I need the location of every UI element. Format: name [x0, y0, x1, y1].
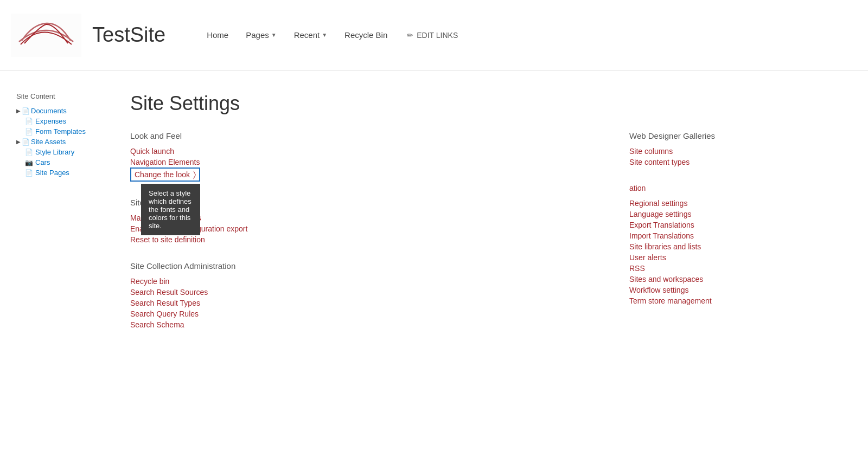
- header: TestSite Home Pages ▼ Recent ▼ Recycle B…: [0, 0, 868, 70]
- cursor-icon: 〉: [193, 170, 196, 179]
- doc-icon: 📄: [22, 107, 30, 115]
- main-layout: Site Content ▶ 📄 Documents 📄 Expenses 📄 …: [0, 70, 868, 368]
- term-store-management-link[interactable]: Term store management: [629, 295, 846, 306]
- search-result-sources-link[interactable]: Search Result Sources: [130, 287, 347, 298]
- column-1: Look and Feel Quick launch Navigation El…: [130, 131, 347, 346]
- search-query-rules-link[interactable]: Search Query Rules: [130, 308, 347, 319]
- sidebar-item-site-pages[interactable]: 📄 Site Pages: [25, 167, 103, 178]
- sidebar-item-documents-parent[interactable]: ▶ 📄 Documents: [16, 106, 103, 116]
- web-designer-header: Web Designer Galleries: [629, 131, 846, 140]
- arrow-icon: ▶: [16, 108, 21, 114]
- site-libraries-lists-link[interactable]: Site libraries and lists: [629, 241, 846, 252]
- sidebar-item-site-assets-parent[interactable]: ▶ 📄 Site Assets: [16, 137, 103, 147]
- manage-site-features-link[interactable]: Manage site features: [130, 212, 347, 223]
- recent-chevron-icon: ▼: [322, 32, 327, 38]
- sidebar-item-style-library[interactable]: 📄 Style Library: [25, 147, 103, 157]
- nav-recent[interactable]: Recent ▼: [285, 26, 336, 44]
- look-and-feel-header: Look and Feel: [130, 131, 347, 140]
- change-the-look-container: Change the look 〉 Select a style which d…: [130, 167, 200, 182]
- language-settings-link[interactable]: Language settings: [629, 209, 846, 220]
- regional-settings-link[interactable]: Regional settings: [629, 198, 846, 209]
- web-designer-section: Web Designer Galleries Site columns Site…: [629, 131, 846, 167]
- settings-grid: Look and Feel Quick launch Navigation El…: [130, 131, 846, 346]
- site-collection-header: Site Collection Administration: [130, 261, 347, 270]
- doc-icon: 📄: [22, 138, 30, 146]
- pages-chevron-icon: ▼: [271, 32, 277, 38]
- search-schema-link[interactable]: Search Schema: [130, 319, 347, 330]
- sites-workspaces-link[interactable]: Sites and workspaces: [629, 274, 846, 285]
- doc-icon: 📄: [25, 149, 33, 156]
- site-actions-header: Site Actions: [130, 198, 347, 207]
- change-the-look-link[interactable]: Change the look 〉: [130, 167, 200, 182]
- column-2: [380, 131, 597, 346]
- sidebar-item-label: Site Assets: [31, 138, 66, 146]
- svg-rect-0: [11, 14, 81, 57]
- sidebar-item-expenses[interactable]: 📄 Expenses: [25, 116, 103, 126]
- sidebar-item-cars[interactable]: 📷 Cars: [25, 157, 103, 167]
- doc-icon: 📄: [25, 128, 33, 136]
- search-result-types-link[interactable]: Search Result Types: [130, 298, 347, 308]
- enable-search-config-link[interactable]: Enable search configuration export: [130, 223, 347, 234]
- sidebar-title: Site Content: [16, 92, 103, 100]
- look-and-feel-section: Look and Feel Quick launch Navigation El…: [130, 131, 347, 182]
- import-translations-link[interactable]: Import Translations: [629, 230, 846, 241]
- site-columns-link[interactable]: Site columns: [629, 146, 846, 157]
- recycle-bin-link[interactable]: Recycle bin: [130, 276, 347, 287]
- site-logo: [11, 14, 81, 57]
- navigation-elements-link[interactable]: Navigation Elements: [130, 157, 347, 167]
- doc-icon: 📄: [25, 169, 33, 177]
- content-area: Site Settings Look and Feel Quick launch…: [108, 81, 868, 357]
- site-title: TestSite: [92, 23, 165, 47]
- sidebar-item-label: Site Pages: [35, 169, 69, 177]
- reset-to-site-definition-link[interactable]: Reset to site definition: [130, 234, 347, 245]
- nav-bar: Home Pages ▼ Recent ▼ Recycle Bin ✏ EDIT…: [198, 26, 458, 44]
- edit-links-button[interactable]: ✏ EDIT LINKS: [407, 31, 458, 40]
- pencil-icon: ✏: [407, 31, 413, 40]
- quick-launch-link[interactable]: Quick launch: [130, 146, 347, 157]
- sidebar-item-label: Style Library: [35, 148, 74, 156]
- page-title: Site Settings: [130, 92, 846, 115]
- user-alerts-link[interactable]: User alerts: [629, 252, 846, 263]
- regional-section: Regional settings Language settings Expo…: [629, 198, 846, 306]
- arrow-icon: ▶: [16, 139, 21, 145]
- sidebar: Site Content ▶ 📄 Documents 📄 Expenses 📄 …: [0, 81, 108, 357]
- sidebar-item-form-templates[interactable]: 📄 Form Templates: [25, 126, 103, 137]
- partial-section-label: ation: [629, 184, 846, 192]
- nav-pages[interactable]: Pages ▼: [237, 26, 285, 44]
- sidebar-item-label: Cars: [35, 158, 50, 166]
- rss-link[interactable]: RSS: [629, 263, 846, 274]
- site-content-types-link[interactable]: Site content types: [629, 157, 846, 167]
- column-3: Web Designer Galleries Site columns Site…: [629, 131, 846, 346]
- nav-recycle-bin[interactable]: Recycle Bin: [336, 26, 396, 44]
- site-actions-section: Site Actions Manage site features Enable…: [130, 198, 347, 245]
- workflow-settings-link[interactable]: Workflow settings: [629, 285, 846, 295]
- doc-icon: 📄: [25, 118, 33, 125]
- logo-area: TestSite: [11, 14, 187, 57]
- sidebar-item-label: Expenses: [35, 117, 66, 125]
- image-icon: 📷: [25, 159, 33, 166]
- sidebar-item-label: Form Templates: [35, 127, 86, 136]
- sidebar-item-label: Documents: [31, 107, 67, 115]
- site-collection-section: Site Collection Administration Recycle b…: [130, 261, 347, 330]
- nav-home[interactable]: Home: [198, 26, 237, 44]
- export-translations-link[interactable]: Export Translations: [629, 220, 846, 230]
